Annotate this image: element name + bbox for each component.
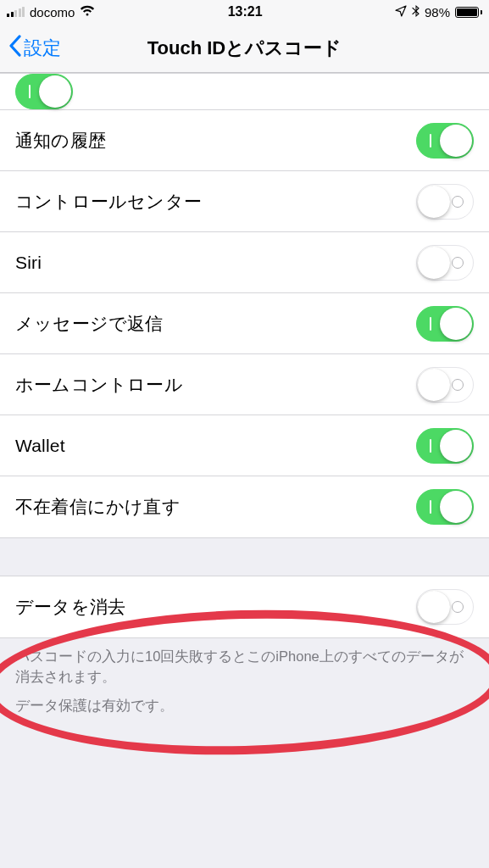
- toggle-siri[interactable]: [416, 245, 474, 281]
- chevron-left-icon: [8, 35, 22, 62]
- toggle-notification-history[interactable]: [416, 123, 474, 159]
- toggle-return-missed-calls[interactable]: [416, 489, 474, 525]
- nav-bar: 設定 Touch IDとパスコード: [0, 24, 489, 73]
- page-title: Touch IDとパスコード: [0, 36, 489, 61]
- erase-data-footer: パスコードの入力に10回失敗するとこのiPhone上のすべてのデータが消去されま…: [0, 638, 489, 693]
- location-icon: [395, 5, 407, 19]
- toggle-home-control[interactable]: [416, 367, 474, 403]
- settings-row-return-missed-calls: 不在着信にかけ直す: [0, 476, 489, 537]
- row-label: Siri: [15, 253, 42, 273]
- status-time: 13:21: [228, 4, 263, 19]
- status-left: docomo: [7, 5, 95, 19]
- data-protection-footer: データ保護は有効です。: [0, 693, 489, 721]
- group-spacer: [0, 538, 489, 576]
- settings-group-erase-data: データを消去: [0, 576, 489, 638]
- toggle-erase-data[interactable]: [416, 589, 474, 625]
- status-right: 98%: [395, 5, 482, 19]
- bluetooth-icon: [412, 5, 420, 19]
- settings-row-home-control: ホームコントロール: [0, 354, 489, 415]
- back-label: 設定: [24, 36, 61, 61]
- toggle-partial[interactable]: [15, 74, 73, 109]
- status-bar: docomo 13:21 98%: [0, 0, 489, 24]
- row-label: 通知の履歴: [15, 129, 106, 153]
- settings-row-notification-history: 通知の履歴: [0, 110, 489, 171]
- row-label: ホームコントロール: [15, 373, 183, 397]
- signal-strength-icon: [7, 7, 25, 17]
- row-label: Wallet: [15, 436, 65, 456]
- row-label: 不在着信にかけ直す: [15, 495, 181, 519]
- settings-row-siri: Siri: [0, 232, 489, 293]
- carrier-label: docomo: [30, 5, 75, 19]
- battery-percent: 98%: [425, 5, 450, 19]
- settings-group-lock-screen-access: 通知の履歴 コントロールセンター Siri メッセージで返信 ホームコントロール…: [0, 73, 489, 538]
- settings-row-reply-with-message: メッセージで返信: [0, 293, 489, 354]
- settings-row-erase-data: データを消去: [0, 576, 489, 637]
- toggle-wallet[interactable]: [416, 428, 474, 464]
- row-label: データを消去: [15, 595, 125, 619]
- row-label: メッセージで返信: [15, 312, 164, 336]
- row-label: コントロールセンター: [15, 190, 202, 214]
- back-button[interactable]: 設定: [5, 31, 64, 65]
- toggle-reply-with-message[interactable]: [416, 306, 474, 342]
- toggle-control-center[interactable]: [416, 184, 474, 220]
- settings-row-control-center: コントロールセンター: [0, 171, 489, 232]
- settings-row-partial: [0, 74, 489, 110]
- battery-icon: [455, 7, 482, 18]
- wifi-icon: [80, 5, 95, 19]
- settings-row-wallet: Wallet: [0, 415, 489, 476]
